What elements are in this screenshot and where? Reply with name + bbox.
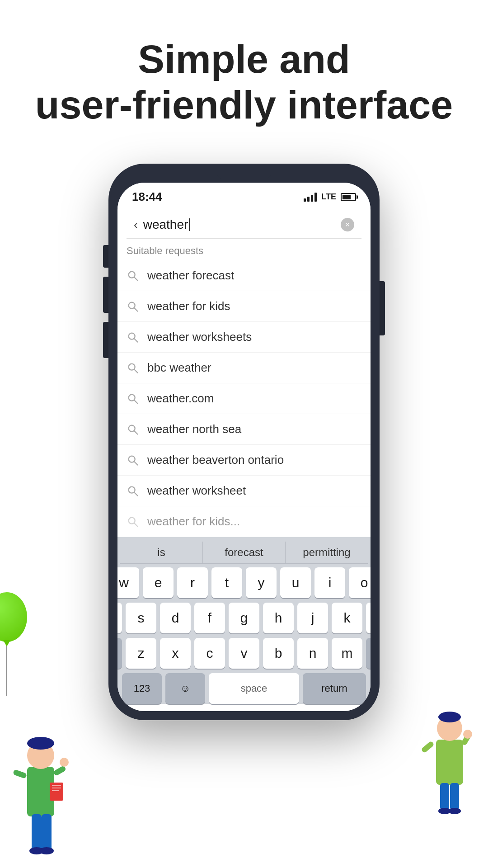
emoji-key[interactable]: ☺: [165, 673, 205, 704]
headline: Simple and user-friendly interface: [0, 0, 488, 127]
svg-rect-29: [52, 785, 61, 786]
key-f[interactable]: f: [194, 603, 225, 633]
kb-suggestion-2[interactable]: permitting: [286, 542, 368, 563]
kb-suggestion-1[interactable]: forecast: [203, 542, 286, 563]
numbers-key[interactable]: 123: [122, 673, 162, 704]
key-s[interactable]: s: [126, 603, 156, 633]
key-b[interactable]: b: [263, 638, 294, 669]
side-button-vol-up: [103, 277, 108, 313]
svg-point-41: [448, 808, 461, 814]
list-item[interactable]: weather worksheet: [117, 476, 371, 506]
key-h[interactable]: h: [263, 603, 294, 633]
lte-label: LTE: [321, 192, 336, 202]
clear-button[interactable]: ×: [341, 218, 354, 231]
suggestion-text: weather beaverton ontario: [147, 453, 284, 467]
space-key[interactable]: space: [209, 673, 299, 704]
list-item[interactable]: weather.com: [117, 383, 371, 414]
key-j[interactable]: j: [297, 603, 328, 633]
list-item[interactable]: weather worksheets: [117, 322, 371, 353]
status-time: 18:44: [132, 190, 162, 204]
backspace-key[interactable]: ⌫: [366, 638, 371, 669]
key-z[interactable]: z: [126, 638, 156, 669]
search-input[interactable]: weather: [143, 217, 335, 232]
svg-line-17: [135, 523, 138, 526]
svg-point-34: [438, 712, 461, 722]
svg-line-7: [135, 369, 138, 373]
key-i[interactable]: i: [314, 567, 345, 598]
svg-line-5: [135, 339, 138, 342]
svg-line-13: [135, 462, 138, 465]
key-w[interactable]: w: [117, 567, 139, 598]
suggestion-text: weather worksheet: [147, 484, 246, 498]
side-button-mute: [103, 245, 108, 268]
key-v[interactable]: v: [229, 638, 259, 669]
suggestion-text: weather forecast: [147, 269, 234, 283]
svg-point-2: [129, 302, 135, 309]
status-bar: 18:44 LTE: [117, 183, 371, 208]
key-g[interactable]: g: [229, 603, 259, 633]
character-left: [9, 712, 72, 868]
key-k[interactable]: k: [332, 603, 362, 633]
key-t[interactable]: t: [211, 567, 242, 598]
svg-point-20: [27, 737, 54, 750]
svg-line-15: [135, 492, 138, 495]
search-bar[interactable]: ‹ weather ×: [127, 211, 361, 239]
svg-point-16: [129, 518, 135, 524]
headline-line2: user-friendly interface: [27, 82, 461, 127]
key-n[interactable]: n: [297, 638, 328, 669]
svg-point-0: [129, 272, 135, 278]
return-key[interactable]: return: [303, 673, 366, 704]
key-r[interactable]: r: [177, 567, 208, 598]
svg-line-9: [135, 400, 138, 403]
character-right: [420, 694, 479, 823]
search-icon: [127, 454, 139, 467]
svg-rect-25: [42, 814, 52, 850]
balloon-illustration: [0, 592, 27, 696]
shift-key[interactable]: ⇧: [117, 638, 122, 669]
key-y[interactable]: y: [246, 567, 277, 598]
list-item[interactable]: bbc weather: [117, 353, 371, 383]
svg-rect-39: [450, 783, 459, 810]
svg-rect-21: [13, 769, 27, 779]
list-item[interactable]: weather forecast: [117, 260, 371, 291]
search-icon: [127, 485, 139, 497]
keyboard-suggestions: is forecast permitting: [120, 542, 368, 564]
key-d[interactable]: d: [160, 603, 191, 633]
key-e[interactable]: e: [143, 567, 174, 598]
kb-suggestion-0[interactable]: is: [120, 542, 203, 563]
svg-point-14: [129, 487, 135, 493]
clear-icon: ×: [345, 220, 350, 230]
list-item[interactable]: weather for kids: [117, 291, 371, 322]
search-icon: [127, 331, 139, 344]
key-l[interactable]: l: [366, 603, 371, 633]
svg-line-11: [135, 431, 138, 434]
signal-icon: [304, 193, 317, 202]
key-c[interactable]: c: [194, 638, 225, 669]
side-button-vol-down: [103, 322, 108, 358]
list-item[interactable]: weather north sea: [117, 414, 371, 445]
key-a[interactable]: a: [117, 603, 122, 633]
battery-icon: [341, 193, 356, 201]
svg-rect-35: [421, 741, 435, 753]
balloon-string: [6, 642, 7, 696]
key-o[interactable]: o: [349, 567, 371, 598]
svg-rect-32: [436, 740, 463, 785]
svg-rect-31: [52, 790, 59, 791]
list-item[interactable]: weather for kids...: [117, 506, 371, 537]
svg-point-12: [129, 456, 135, 462]
list-item[interactable]: weather beaverton ontario: [117, 445, 371, 476]
search-icon: [127, 392, 139, 405]
key-m[interactable]: m: [332, 638, 362, 669]
keyboard-row-1: q w e r t y u i o p: [120, 567, 368, 598]
suggestion-text: weather for kids: [147, 299, 230, 313]
svg-rect-22: [53, 765, 66, 776]
back-button[interactable]: ‹: [134, 218, 138, 232]
suggestion-text: bbc weather: [147, 361, 211, 375]
svg-line-1: [135, 277, 138, 280]
keyboard-row-2: a s d f g h j k l: [120, 603, 368, 633]
text-cursor: [189, 218, 190, 231]
key-u[interactable]: u: [280, 567, 311, 598]
key-x[interactable]: x: [160, 638, 191, 669]
svg-rect-38: [440, 783, 449, 810]
suggestions-list: weather forecast weather for kids weathe…: [117, 260, 371, 537]
